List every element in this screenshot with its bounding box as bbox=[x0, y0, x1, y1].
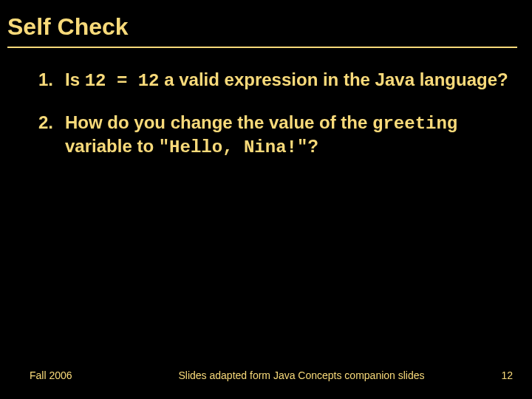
footer: Fall 2006 Slides adapted form Java Conce… bbox=[30, 369, 513, 381]
title-rule bbox=[7, 47, 517, 48]
question-list: Is 12 = 12 a valid expression in the Jav… bbox=[38, 69, 513, 159]
q2-code1: greeting bbox=[372, 114, 457, 134]
q1-pre: Is bbox=[65, 69, 85, 89]
q2-mid: variable to bbox=[65, 136, 159, 156]
footer-center: Slides adapted form Java Concepts compan… bbox=[72, 369, 502, 381]
q2-code2: "Hello, Nina!" bbox=[159, 137, 308, 157]
footer-page-number: 12 bbox=[501, 369, 513, 381]
q1-post: a valid expression in the Java language? bbox=[160, 69, 508, 89]
page-title: Self Check bbox=[7, 13, 513, 41]
question-1: Is 12 = 12 a valid expression in the Jav… bbox=[38, 69, 513, 92]
q2-post: ? bbox=[307, 136, 318, 156]
q2-pre: How do you change the value of the bbox=[65, 112, 372, 132]
slide: Self Check Is 12 = 12 a valid expression… bbox=[0, 0, 532, 399]
q1-code: 12 = 12 bbox=[85, 71, 160, 91]
question-2: How do you change the value of the greet… bbox=[38, 112, 513, 159]
footer-term: Fall 2006 bbox=[30, 369, 72, 381]
